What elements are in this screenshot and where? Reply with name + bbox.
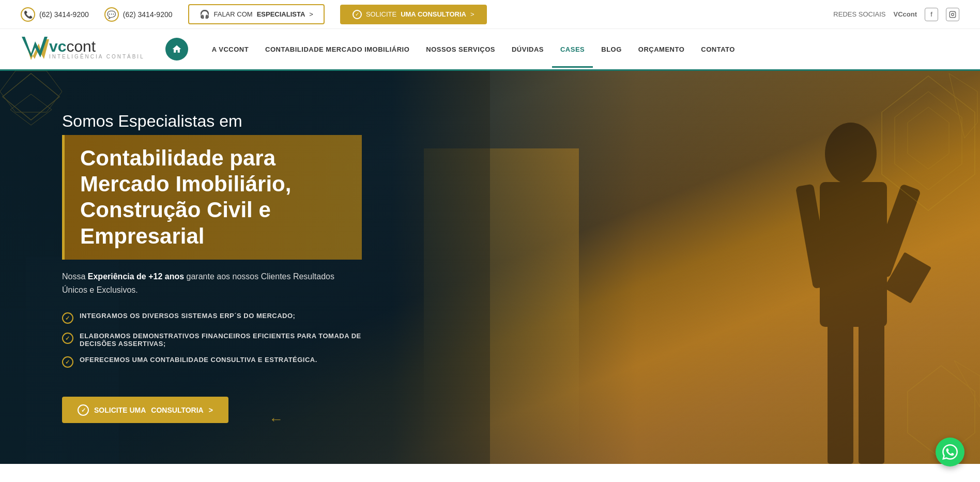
hero-title: Contabilidade para Mercado Imobiliário, … — [80, 145, 346, 250]
btn-consultoria-top-prefix: SOLICITE — [366, 10, 396, 18]
nav-bar: vccont Inteligência Contábil A VCCONT CO… — [0, 29, 980, 71]
hero-description: Nossa Experiência de +12 anos garante ao… — [62, 270, 362, 296]
btn-consultoria-hero[interactable]: ✓ SOLICITE UMA CONSULTORIA > — [62, 397, 228, 423]
svg-point-1 — [952, 13, 954, 16]
whatsapp-icon-top: 💬 — [104, 7, 119, 22]
nav-duvidas[interactable]: DÚVIDAS — [503, 33, 552, 68]
svg-marker-11 — [949, 73, 977, 138]
hero-desc-prefix: Nossa — [62, 272, 88, 281]
svg-rect-18 — [828, 324, 853, 464]
redes-sociais-label: REDES SOCIAIS — [833, 10, 885, 18]
nav-contato[interactable]: CONTATO — [693, 33, 743, 68]
btn-consultoria-top[interactable]: ✓ SOLICITE UMA CONSULTORIA > — [340, 5, 487, 24]
svg-rect-0 — [950, 11, 956, 18]
logo-text-wrapper: vccont Inteligência Contábil — [49, 39, 145, 59]
phone-number-2: (62) 3414-9200 — [123, 10, 173, 19]
checklist-text-1: INTEGRAMOS OS DIVERSOS SISTEMAS ERP´S DO… — [80, 312, 295, 320]
btn-hero-highlight: CONSULTORIA — [151, 406, 203, 414]
svg-marker-13 — [954, 360, 980, 407]
diamond-decoration-tr — [877, 71, 980, 216]
svg-marker-8 — [882, 76, 975, 210]
hero-title-box: Contabilidade para Mercado Imobiliário, … — [62, 135, 362, 260]
check-icon-1: ✓ — [62, 312, 73, 324]
top-bar-left: 📞 (62) 3414-9200 💬 (62) 3414-9200 🎧 FALA… — [21, 4, 823, 24]
hero-desc-highlight: Experiência de +12 anos — [88, 272, 184, 281]
nav-a-vccont[interactable]: A VCCONT — [204, 33, 257, 68]
hero-content: Somos Especialistas em Contabilidade par… — [0, 71, 424, 464]
nav-cases[interactable]: CASES — [552, 33, 593, 68]
hero-checklist: ✓ INTEGRAMOS OS DIVERSOS SISTEMAS ERP´S … — [62, 312, 362, 376]
hero-section: Somos Especialistas em Contabilidade par… — [0, 71, 980, 464]
btn-especialista-label: FALAR COM — [214, 10, 253, 18]
nav-links: A VCCONT CONTABILIDADE MERCADO IMOBILIÁR… — [204, 33, 959, 66]
checklist-item-2: ✓ ELABORAMOS DEMONSTRATIVOS FINANCEIROS … — [62, 332, 362, 348]
facebook-icon[interactable]: f — [925, 8, 938, 21]
phone-number-1: (62) 3414-9200 — [39, 10, 89, 19]
checklist-item-1: ✓ INTEGRAMOS OS DIVERSOS SISTEMAS ERP´S … — [62, 312, 362, 324]
phone-icon-1: 📞 — [21, 7, 35, 22]
btn-hero-prefix: SOLICITE UMA — [94, 406, 146, 414]
whatsapp-float-button[interactable] — [936, 438, 964, 464]
nav-orcamento[interactable]: ORÇAMENTO — [630, 33, 693, 68]
svg-rect-19 — [859, 324, 884, 464]
logo[interactable]: vccont Inteligência Contábil — [21, 29, 145, 69]
nav-contabilidade[interactable]: CONTABILIDADE MERCADO IMOBILIÁRIO — [257, 33, 418, 68]
check-icon-hero-btn: ✓ — [78, 404, 89, 416]
checklist-text-2: ELABORAMOS DEMONSTRATIVOS FINANCEIROS EF… — [80, 332, 362, 348]
redes-sociais: REDES SOCIAIS VCcont f — [833, 8, 959, 21]
svg-point-2 — [954, 12, 955, 13]
btn-consultoria-top-highlight: UMA CONSULTORIA — [401, 10, 466, 18]
logo-subtitle: Inteligência Contábil — [49, 54, 145, 59]
checklist-text-3: OFERECEMOS UMA CONTABILIDADE CONSULTIVA … — [80, 356, 317, 364]
btn-hero-arrow: > — [209, 406, 213, 414]
checklist-item-3: ✓ OFERECEMOS UMA CONTABILIDADE CONSULTIV… — [62, 356, 362, 368]
btn-especialista-arrow: > — [309, 10, 313, 18]
btn-consultoria-top-arrow: > — [470, 10, 474, 18]
logo-icon — [21, 34, 49, 64]
check-icon-3: ✓ — [62, 356, 73, 368]
top-bar: 📞 (62) 3414-9200 💬 (62) 3414-9200 🎧 FALA… — [0, 0, 980, 29]
check-icon-2: ✓ — [62, 333, 73, 344]
btn-especialista-highlight: ESPECIALISTA — [257, 10, 305, 18]
hero-subtitle: Somos Especialistas em — [62, 112, 362, 131]
svg-marker-9 — [895, 92, 962, 190]
redes-sociais-brand: VCcont — [894, 10, 917, 18]
phone-item-2[interactable]: 💬 (62) 3414-9200 — [104, 7, 173, 22]
check-icon-top: ✓ — [353, 10, 362, 19]
arrow-decoration: ← — [269, 411, 283, 428]
instagram-icon[interactable] — [946, 8, 959, 21]
home-button[interactable] — [165, 38, 188, 61]
svg-marker-10 — [908, 107, 949, 169]
svg-point-14 — [825, 123, 877, 185]
nav-blog[interactable]: BLOG — [593, 33, 630, 68]
phone-item-1[interactable]: 📞 (62) 3414-9200 — [21, 7, 89, 22]
btn-especialista[interactable]: 🎧 FALAR COM ESPECIALISTA > — [188, 4, 325, 24]
nav-nossos-servicos[interactable]: NOSSOS SERVIÇOS — [418, 33, 503, 68]
